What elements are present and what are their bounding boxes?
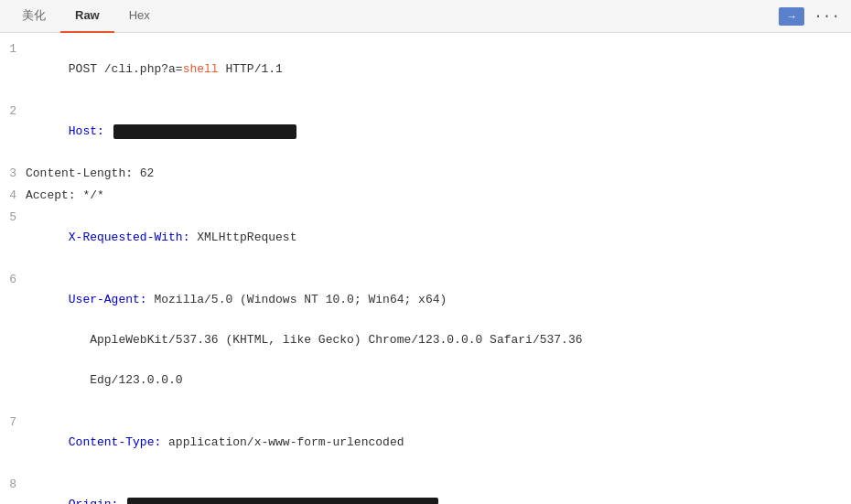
line-content-8: Origin: (26, 475, 851, 504)
redacted-host (113, 124, 296, 139)
line-8: 8 Origin: (0, 474, 851, 504)
line-3: 3 Content-Length: 62 (0, 163, 851, 185)
line-content-3: Content-Length: 62 (26, 164, 851, 184)
line-content-5: X-Requested-With: XMLHttpRequest (26, 208, 851, 268)
line-num-6: 6 (0, 270, 26, 290)
line-7: 7 Content-Type: application/x-www-form-u… (0, 412, 851, 474)
line-num-4: 4 (0, 186, 26, 206)
redacted-origin (127, 498, 438, 504)
line-num-8: 8 (0, 475, 26, 495)
line-content-1: POST /cli.php?a=shell HTTP/1.1 (26, 39, 851, 100)
request-content: 1 POST /cli.php?a=shell HTTP/1.1 2 Host:… (0, 33, 851, 504)
more-options-icon[interactable]: ··· (810, 8, 844, 25)
line-1: 1 POST /cli.php?a=shell HTTP/1.1 (0, 38, 851, 101)
line-num-7: 7 (0, 413, 26, 433)
line-num-2: 2 (0, 102, 26, 122)
tab-bar: 美化 Raw Hex → ··· (0, 0, 851, 33)
line-2: 2 Host: (0, 101, 851, 163)
line-content-7: Content-Type: application/x-www-form-url… (26, 413, 851, 473)
line-num-5: 5 (0, 208, 26, 228)
tab-raw[interactable]: Raw (60, 0, 114, 33)
line-6: 6 User-Agent: Mozilla/5.0 (Windows NT 10… (0, 269, 851, 412)
line-num-1: 1 (0, 39, 26, 59)
line-4: 4 Accept: */* (0, 185, 851, 207)
line-content-6: User-Agent: Mozilla/5.0 (Windows NT 10.0… (26, 270, 851, 411)
tab-hex[interactable]: Hex (114, 0, 165, 33)
line-content-2: Host: (26, 102, 851, 162)
action-button[interactable]: → (779, 7, 804, 26)
line-5: 5 X-Requested-With: XMLHttpRequest (0, 207, 851, 269)
tab-beautify[interactable]: 美化 (7, 0, 60, 33)
line-content-4: Accept: */* (26, 186, 851, 206)
line-num-3: 3 (0, 164, 26, 184)
